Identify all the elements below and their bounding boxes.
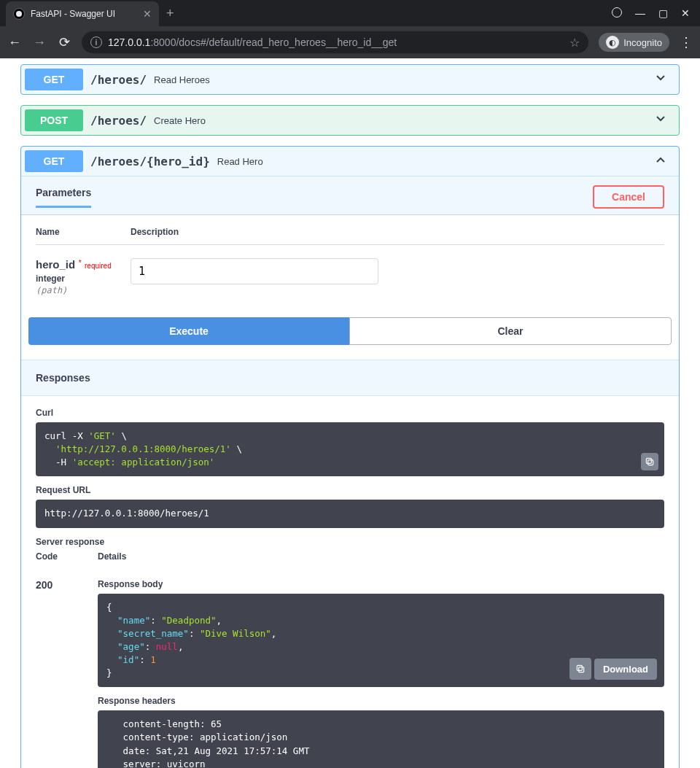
new-tab-button[interactable]: + — [166, 6, 174, 21]
maximize-icon[interactable]: ▢ — [658, 7, 668, 19]
response-headers-block: content-length: 65 content-type: applica… — [98, 710, 664, 768]
required-star-icon: * — [79, 259, 82, 267]
endpoint-desc: Create Hero — [154, 115, 206, 126]
col-name: Name — [36, 227, 131, 237]
endpoint-path: /heroes/ — [90, 114, 147, 128]
browser-tab[interactable]: FastAPI - Swagger UI ✕ — [6, 1, 159, 26]
col-description: Description — [131, 227, 179, 237]
clear-button[interactable]: Clear — [349, 317, 672, 345]
response-body-label: Response body — [98, 579, 664, 589]
endpoint-summary[interactable]: GET /heroes/ Read Heroes — [21, 65, 679, 94]
endpoint-desc: Read Heroes — [154, 74, 210, 85]
download-button[interactable]: Download — [594, 659, 657, 680]
execute-bar: Execute Clear — [21, 317, 679, 360]
back-button[interactable]: ← — [7, 35, 22, 50]
tab-bar: FastAPI - Swagger UI ✕ + — ▢ ✕ — [0, 0, 700, 26]
incognito-badge[interactable]: ◐ Incognito — [599, 33, 669, 52]
window-control-icon[interactable] — [612, 7, 622, 18]
response-details: Response body { "name": "Deadpond", "sec… — [98, 569, 664, 769]
responses-header: Responses — [21, 360, 679, 396]
cancel-button[interactable]: Cancel — [593, 185, 664, 209]
svg-rect-0 — [648, 460, 653, 465]
svg-rect-1 — [646, 459, 651, 464]
reload-button[interactable]: ⟳ — [57, 34, 71, 50]
endpoint-summary[interactable]: GET /heroes/{hero_id} Read Hero — [21, 147, 679, 176]
response-row: 200 Response body { "name": "Deadpond", … — [36, 569, 664, 769]
param-location: (path) — [36, 285, 131, 295]
response-section: Curl curl -X 'GET' \ 'http://127.0.0.1:8… — [21, 396, 679, 768]
endpoint-summary[interactable]: POST /heroes/ Create Hero — [21, 106, 679, 135]
param-input-cell — [131, 258, 378, 295]
param-type: integer — [36, 274, 131, 284]
forward-button[interactable]: → — [32, 35, 47, 50]
col-details: Details — [98, 551, 126, 562]
endpoint-body: Parameters Cancel Name Description hero_… — [21, 176, 679, 768]
method-badge-get: GET — [25, 150, 83, 172]
execute-button[interactable]: Execute — [28, 317, 349, 345]
incognito-label: Incognito — [623, 37, 662, 48]
tab-title: FastAPI - Swagger UI — [31, 9, 137, 19]
parameters-tab[interactable]: Parameters — [36, 187, 91, 208]
param-row-hero-id: hero_id * required integer (path) — [36, 245, 664, 295]
url-path: :8000/docs#/default/read_hero_heroes__he… — [150, 36, 397, 48]
site-info-icon[interactable]: i — [90, 36, 102, 48]
response-headers-label: Response headers — [98, 696, 664, 706]
minimize-icon[interactable]: — — [635, 7, 645, 19]
required-label: required — [85, 262, 112, 270]
method-badge-post: POST — [25, 109, 83, 131]
parameters-header: Parameters Cancel — [21, 177, 679, 215]
server-response-label: Server response — [36, 537, 664, 547]
request-url-label: Request URL — [36, 485, 664, 495]
request-url-block: http://127.0.0.1:8000/heroes/1 — [36, 500, 664, 527]
col-code: Code — [36, 551, 98, 562]
endpoint-read-hero: GET /heroes/{hero_id} Read Hero Paramete… — [20, 146, 680, 768]
method-badge-get: GET — [25, 69, 83, 90]
url-host: 127.0.0.1 — [108, 36, 150, 48]
browser-chrome: FastAPI - Swagger UI ✕ + — ▢ ✕ ← → ⟳ i 1… — [0, 0, 700, 58]
hero-id-input[interactable] — [131, 258, 378, 284]
incognito-icon: ◐ — [606, 36, 619, 49]
endpoint-create-hero: POST /heroes/ Create Hero — [20, 105, 680, 136]
address-bar: ← → ⟳ i 127.0.0.1:8000/docs#/default/rea… — [0, 26, 700, 58]
param-name-cell: hero_id * required integer (path) — [36, 258, 131, 295]
tab-close-icon[interactable]: ✕ — [143, 8, 152, 20]
response-table-header: Code Details — [36, 551, 664, 569]
close-window-icon[interactable]: ✕ — [681, 7, 690, 19]
endpoint-path: /heroes/{hero_id} — [90, 155, 210, 168]
param-table-header: Name Description — [36, 227, 664, 245]
endpoint-read-heroes: GET /heroes/ Read Heroes — [20, 64, 680, 95]
endpoint-path: /heroes/ — [90, 73, 147, 87]
chevron-up-icon — [653, 152, 668, 170]
curl-block: curl -X 'GET' \ 'http://127.0.0.1:8000/h… — [36, 422, 664, 476]
endpoint-desc: Read Hero — [217, 156, 263, 167]
chevron-down-icon — [653, 112, 668, 129]
copy-icon[interactable] — [569, 658, 591, 680]
response-code: 200 — [36, 569, 98, 769]
curl-label: Curl — [36, 408, 664, 418]
url-input[interactable]: i 127.0.0.1:8000/docs#/default/read_hero… — [82, 31, 588, 53]
param-name: hero_id — [36, 258, 75, 271]
copy-icon[interactable] — [641, 453, 658, 470]
swagger-page: GET /heroes/ Read Heroes POST /heroes/ C… — [0, 58, 700, 768]
svg-rect-2 — [579, 667, 584, 672]
bookmark-star-icon[interactable]: ☆ — [569, 36, 580, 50]
svg-rect-3 — [577, 666, 582, 671]
chevron-down-icon — [653, 71, 668, 88]
parameters-section: Name Description hero_id * required inte… — [21, 215, 679, 317]
response-body-block: { "name": "Deadpond", "secret_name": "Di… — [98, 594, 664, 688]
browser-menu-icon[interactable]: ⋮ — [680, 34, 693, 50]
window-controls: — ▢ ✕ — [612, 7, 700, 19]
tab-favicon-icon — [13, 8, 25, 20]
